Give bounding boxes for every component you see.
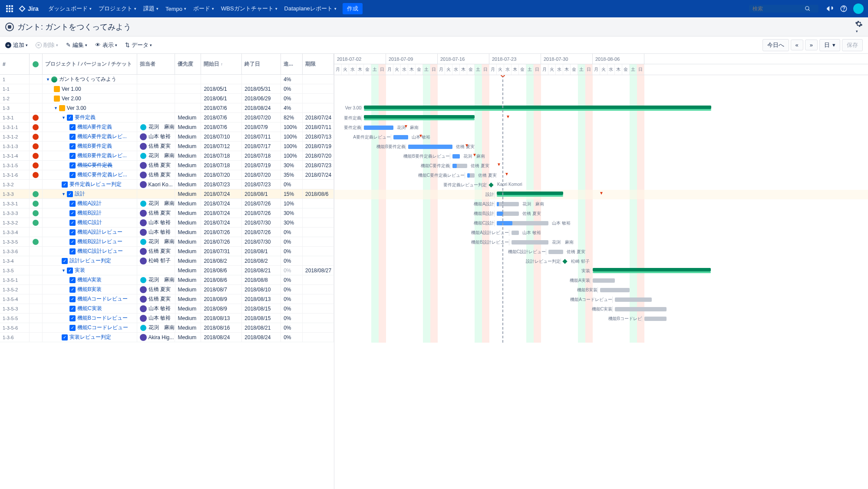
cell-name[interactable]: Ver 2.00 bbox=[43, 94, 137, 103]
cell-name[interactable]: ✓機能B要件定義 bbox=[43, 142, 137, 151]
gantt-row[interactable] bbox=[334, 333, 868, 343]
table-row[interactable]: 1-2 Ver 2.00 2018/06/1 2018/06/29 0% bbox=[0, 94, 334, 103]
table-row[interactable]: 1-3-3-4 ✓機能A設計レビュー 山本 敏裕 Medium 2018/07/… bbox=[0, 228, 334, 237]
gantt-row[interactable] bbox=[334, 324, 868, 333]
gantt-row[interactable]: 機能A実装 bbox=[334, 276, 868, 285]
add-button[interactable]: +追加▾ bbox=[5, 41, 28, 49]
table-row[interactable]: 1-3-6 ✓実装レビュー判定 Akira Hig... Medium 2018… bbox=[0, 333, 334, 342]
cell-name[interactable]: ▼✓実装 bbox=[43, 266, 137, 275]
cell-name[interactable]: ▼✓要件定義 bbox=[43, 113, 137, 122]
jira-logo[interactable]: Jira bbox=[18, 5, 39, 13]
gantt-row[interactable] bbox=[334, 85, 868, 94]
gantt-row[interactable]: 機能Bコードレビ bbox=[334, 314, 868, 324]
search-input[interactable] bbox=[752, 6, 805, 12]
cell-name[interactable]: ✓機能A要件定義レビ... bbox=[43, 132, 137, 142]
table-row[interactable]: 1-3-1-4 ✓機能B要件定義レビ... 花渕 麻南 Medium 2018/… bbox=[0, 151, 334, 161]
cell-name[interactable]: ✓機能Aコードレビュー bbox=[43, 294, 137, 304]
expand-icon[interactable]: ▼ bbox=[62, 192, 66, 196]
gantt-row[interactable]: 機能A設計花渕 麻南 bbox=[334, 199, 868, 209]
cell-name[interactable]: ✓機能A要件定義 bbox=[43, 122, 137, 132]
col-deadline[interactable]: 期限 bbox=[303, 54, 334, 74]
gantt-row[interactable]: 機能B設計佐橋 夏実 bbox=[334, 209, 868, 218]
prev-button[interactable]: « bbox=[791, 40, 803, 50]
cell-name[interactable]: ▼✓設計 bbox=[43, 189, 137, 199]
gantt-row[interactable]: 設計 bbox=[334, 190, 868, 199]
cell-name[interactable]: ✓機能A設計レビュー bbox=[43, 228, 137, 237]
gantt-row[interactable]: 機能B実装 bbox=[334, 285, 868, 295]
table-row[interactable]: 1-3-1-1 ✓機能A要件定義 花渕 麻南 Medium 2018/07/6 … bbox=[0, 122, 334, 132]
table-row[interactable]: 1-3-1-3 ✓機能B要件定義 佐橋 夏実 Medium 2018/07/12… bbox=[0, 142, 334, 151]
table-row[interactable]: 1-3-3 ▼✓設計 Medium 2018/07/24 2018/08/1 1… bbox=[0, 189, 334, 199]
expand-icon[interactable]: ▼ bbox=[62, 116, 66, 120]
summary-bar[interactable] bbox=[364, 106, 711, 109]
table-row[interactable]: 1-3-5-1 ✓機能A実装 花渕 麻南 Medium 2018/08/6 20… bbox=[0, 275, 334, 285]
cell-name[interactable]: ✓機能C設計レビュー bbox=[43, 247, 137, 256]
cell-name[interactable]: ✓機能Cコードレビュー bbox=[43, 323, 137, 333]
col-end[interactable]: 終了日 bbox=[242, 54, 281, 74]
task-bar[interactable] bbox=[548, 250, 563, 254]
table-row[interactable]: 1 ▼ガントをつくってみよう 4% bbox=[0, 75, 334, 84]
cell-name[interactable]: ✓要件定義レビュー判定 bbox=[43, 180, 137, 189]
summary-bar[interactable] bbox=[593, 268, 711, 271]
table-row[interactable]: 1-3-1-6 ✓機能C要件定義レビ... 佐橋 夏実 Medium 2018/… bbox=[0, 170, 334, 180]
cell-name[interactable]: ✓機能A設計 bbox=[43, 199, 137, 208]
table-row[interactable]: 1-3-3-1 ✓機能A設計 花渕 麻南 Medium 2018/07/24 2… bbox=[0, 199, 334, 208]
gantt-row[interactable]: Ver 3.00 bbox=[334, 104, 868, 113]
col-number[interactable]: # bbox=[0, 54, 30, 74]
cell-name[interactable]: ✓機能C要件定義 bbox=[43, 161, 137, 170]
task-bar[interactable] bbox=[497, 202, 519, 206]
cell-name[interactable]: ✓機能B要件定義レビ... bbox=[43, 151, 137, 161]
task-bar[interactable] bbox=[615, 307, 667, 311]
cell-name[interactable]: ▼ガントをつくってみよう bbox=[43, 75, 137, 84]
summary-bar[interactable] bbox=[497, 192, 563, 195]
table-row[interactable]: 1-3-1-5 ✓機能C要件定義 佐橋 夏実 Medium 2018/07/18… bbox=[0, 161, 334, 170]
task-bar[interactable] bbox=[593, 278, 615, 283]
table-row[interactable]: 1-3-5-3 ✓機能C実装 山本 敏裕 Medium 2018/08/9 20… bbox=[0, 304, 334, 314]
data-button[interactable]: ⇅データ▾ bbox=[125, 41, 152, 49]
table-row[interactable]: 1-3-3-6 ✓機能C設計レビュー 佐橋 夏実 Medium 2018/07/… bbox=[0, 247, 334, 256]
table-row[interactable]: 1-3-3-3 ✓機能B設計 佐橋 夏実 Medium 2018/07/24 2… bbox=[0, 208, 334, 218]
today-button[interactable]: 今日へ bbox=[762, 39, 789, 51]
cell-name[interactable]: ▼Ver 3.00 bbox=[43, 103, 137, 113]
cell-name[interactable]: ✓機能Bコードレビュー bbox=[43, 314, 137, 323]
nav-item[interactable]: 課題▾ bbox=[140, 0, 162, 17]
cell-name[interactable]: ✓機能A実装 bbox=[43, 275, 137, 285]
gantt-row[interactable]: 機能C要件定義佐橋 夏実 bbox=[334, 161, 868, 171]
table-row[interactable]: 1-3-5 ▼✓実装 Medium 2018/08/6 2018/08/21 0… bbox=[0, 266, 334, 275]
expand-icon[interactable]: ▼ bbox=[46, 77, 50, 82]
table-row[interactable]: 1-3-5-4 ✓機能Aコードレビュー 佐橋 夏実 Medium 2018/08… bbox=[0, 294, 334, 304]
gantt-row[interactable]: 機能A設計レビュー山本 敏裕 bbox=[334, 228, 868, 238]
table-row[interactable]: 1-3 ▼Ver 3.00 2018/07/6 2018/08/24 4% bbox=[0, 103, 334, 113]
task-bar[interactable] bbox=[644, 317, 667, 321]
create-button[interactable]: 作成 bbox=[343, 3, 363, 14]
gantt-row[interactable]: 機能C要件定義レビュー佐橋 夏実 bbox=[334, 171, 868, 180]
table-row[interactable]: 1-3-1 ▼✓要件定義 Medium 2018/07/6 2018/07/20… bbox=[0, 113, 334, 122]
cell-name[interactable]: ✓機能B設計 bbox=[43, 208, 137, 218]
cell-name[interactable]: ✓機能B実装 bbox=[43, 285, 137, 294]
gantt-row[interactable]: 機能C設計山本 敏裕 bbox=[334, 218, 868, 228]
cell-name[interactable]: ✓機能C要件定義レビ... bbox=[43, 170, 137, 180]
table-row[interactable]: 1-3-3-5 ✓機能B設計レビュー 花渕 麻南 Medium 2018/07/… bbox=[0, 237, 334, 247]
nav-item[interactable]: Dataplaneレポート▾ bbox=[281, 0, 340, 17]
summary-bar[interactable] bbox=[364, 115, 475, 119]
gantt-row[interactable] bbox=[334, 94, 868, 104]
nav-item[interactable]: ボード▾ bbox=[190, 0, 218, 17]
task-bar[interactable] bbox=[615, 297, 652, 302]
col-status[interactable] bbox=[30, 54, 43, 74]
gantt-row[interactable]: 要件定義花渕 麻南 bbox=[334, 123, 868, 132]
task-bar[interactable] bbox=[512, 231, 519, 235]
cell-name[interactable]: ✓機能C実装 bbox=[43, 304, 137, 314]
nav-item[interactable]: WBSガントチャート▾ bbox=[218, 0, 281, 17]
unit-select[interactable]: 日▾ bbox=[819, 39, 840, 51]
col-name[interactable]: プロジェクト / バージョン / チケット bbox=[43, 54, 137, 74]
gantt-row[interactable] bbox=[334, 75, 868, 85]
milestone-icon[interactable] bbox=[488, 182, 493, 187]
edit-button[interactable]: ✎編集▾ bbox=[66, 41, 87, 49]
app-switcher-icon[interactable] bbox=[4, 3, 15, 14]
gantt-row[interactable]: 機能C設計レビュー佐橋 夏実 bbox=[334, 247, 868, 257]
settings-button[interactable]: ▾ bbox=[855, 20, 863, 34]
col-progress[interactable]: 進... bbox=[281, 54, 303, 74]
next-button[interactable]: » bbox=[805, 40, 818, 50]
table-row[interactable]: 1-3-1-2 ✓機能A要件定義レビ... 山本 敏裕 Medium 2018/… bbox=[0, 132, 334, 142]
cell-name[interactable]: ✓機能C設計 bbox=[43, 218, 137, 228]
